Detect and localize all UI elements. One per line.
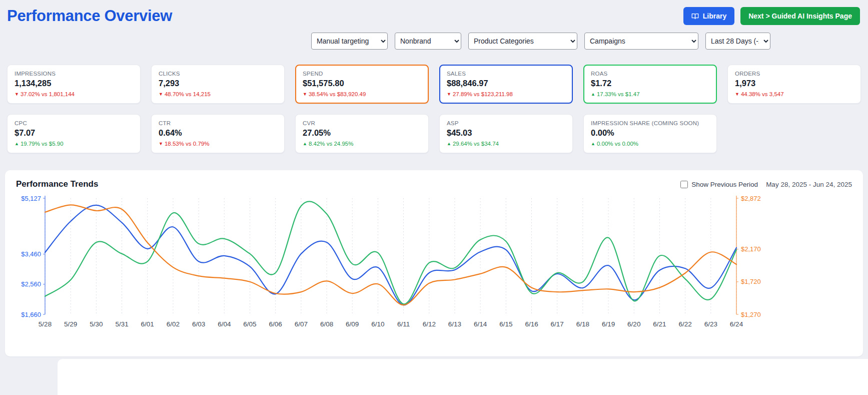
kpi-card-impressions[interactable]: IMPRESSIONS1,134,285▼37.02% vs 1,801,144	[7, 65, 141, 104]
x-axis-label: 6/17	[551, 320, 564, 328]
show-previous-period-checkbox[interactable]	[680, 181, 688, 188]
page-title: Performance Overview	[7, 7, 172, 25]
kpi-value: $1.72	[591, 79, 709, 88]
x-axis-label: 5/31	[115, 320, 128, 328]
down-arrow-icon: ▼	[735, 92, 739, 97]
kpi-card-clicks[interactable]: CLICKS7,293▼48.70% vs 14,215	[151, 65, 285, 104]
kpi-delta: ▲0.00% vs 0.00%	[591, 141, 709, 147]
kpi-delta-text: 19.79% vs $5.90	[21, 141, 64, 147]
up-arrow-icon: ▲	[15, 141, 19, 146]
kpi-delta: ▼27.89% vs $123,211.98	[447, 91, 565, 97]
x-axis-label: 6/13	[448, 320, 461, 328]
kpi-label: CTR	[159, 120, 277, 126]
down-arrow-icon: ▼	[159, 92, 163, 97]
kpi-card-sales[interactable]: SALES$88,846.97▼27.89% vs $123,211.98	[439, 65, 573, 104]
targeting-type-select[interactable]: Manual targeting	[311, 33, 388, 50]
down-arrow-icon: ▼	[303, 92, 307, 97]
trends-line-chart[interactable]: $5,127$3,460$2,560$1,660$2,872$2,170$1,7…	[16, 193, 852, 339]
kpi-delta-text: 8.42% vs 24.95%	[309, 141, 354, 147]
show-previous-period-label: Show Previous Period	[691, 181, 758, 188]
x-axis-label: 6/20	[627, 320, 640, 328]
series-line-sales[interactable]	[45, 205, 736, 305]
x-axis-label: 6/09	[346, 320, 359, 328]
top-buttons: Library Next > Guided AI Insights Page	[683, 7, 860, 25]
kpi-label: ORDERS	[735, 71, 853, 77]
x-axis-label: 6/15	[499, 320, 512, 328]
kpi-label: CLICKS	[159, 71, 277, 77]
x-axis-label: 5/28	[39, 320, 52, 328]
kpi-delta: ▲8.42% vs 24.95%	[303, 141, 421, 147]
kpi-delta-text: 27.89% vs $123,211.98	[453, 91, 513, 97]
x-axis-label: 6/05	[243, 320, 256, 328]
filter-bar: Manual targeting Nonbrand Product Catego…	[0, 33, 770, 50]
x-axis-label: 6/18	[576, 320, 589, 328]
kpi-delta-text: 37.02% vs 1,801,144	[21, 91, 75, 97]
x-axis-label: 6/24	[730, 320, 743, 328]
down-arrow-icon: ▼	[15, 92, 19, 97]
kpi-row-1: IMPRESSIONS1,134,285▼37.02% vs 1,801,144…	[7, 65, 861, 104]
left-axis-tick-label: $5,127	[21, 195, 41, 202]
kpi-delta-text: 17.33% vs $1.47	[597, 91, 640, 97]
up-arrow-icon: ▲	[591, 92, 595, 97]
next-guided-ai-insights-button[interactable]: Next > Guided AI Insights Page	[740, 7, 860, 25]
x-axis-label: 6/14	[474, 320, 487, 328]
kpi-value: 27.05%	[303, 128, 421, 138]
x-axis-label: 5/29	[64, 320, 77, 328]
kpi-label: ASP	[447, 120, 565, 126]
partial-next-section	[58, 359, 868, 395]
left-axis-tick-label: $1,660	[21, 311, 41, 318]
kpi-value: 1,134,285	[15, 79, 133, 88]
left-axis-tick-label: $2,560	[21, 280, 41, 288]
trend-controls: Show Previous Period May 28, 2025 - Jun …	[680, 181, 852, 188]
trend-header: Performance Trends Show Previous Period …	[16, 179, 852, 189]
x-axis-label: 6/22	[678, 320, 691, 328]
product-categories-select[interactable]: Product Categories	[468, 33, 577, 50]
x-axis-label: 6/07	[295, 320, 308, 328]
kpi-label: IMPRESSIONS	[15, 71, 133, 77]
date-range-text: May 28, 2025 - Jun 24, 2025	[766, 181, 852, 188]
kpi-card-orders[interactable]: ORDERS1,973▼44.38% vs 3,547	[727, 65, 861, 104]
series-line-spend[interactable]	[45, 205, 736, 305]
kpi-delta: ▲17.33% vs $1.47	[591, 91, 709, 97]
kpi-card-roas[interactable]: ROAS$1.72▲17.33% vs $1.47	[583, 65, 717, 104]
library-button-label: Library	[703, 12, 726, 20]
kpi-card-cpc[interactable]: CPC$7.07▲19.79% vs $5.90	[7, 114, 141, 153]
brand-type-select[interactable]: Nonbrand	[395, 33, 461, 50]
right-axis-tick-label: $2,170	[741, 245, 761, 253]
kpi-label: IMPRESSION SHARE (COMING SOON)	[591, 120, 709, 126]
kpi-label: SALES	[447, 71, 565, 77]
kpi-delta: ▲19.79% vs $5.90	[15, 141, 133, 147]
library-button[interactable]: Library	[683, 7, 734, 25]
x-axis-label: 6/16	[525, 320, 538, 328]
campaigns-select[interactable]: Campaigns	[584, 33, 698, 50]
kpi-card-ctr[interactable]: CTR0.64%▼18.53% vs 0.79%	[151, 114, 285, 153]
kpi-card-asp[interactable]: ASP$45.03▲29.64% vs $34.74	[439, 114, 573, 153]
kpi-card-impression-share-coming-soon[interactable]: IMPRESSION SHARE (COMING SOON)0.00%▲0.00…	[583, 114, 717, 153]
kpi-value: $7.07	[15, 128, 133, 138]
kpi-delta: ▼37.02% vs 1,801,144	[15, 91, 133, 97]
kpi-value: 0.64%	[159, 128, 277, 138]
date-range-select[interactable]: Last 28 Days (-2)	[705, 33, 770, 50]
kpi-label: SPEND	[303, 71, 421, 77]
kpi-delta: ▼18.53% vs 0.79%	[159, 141, 277, 147]
kpi-value: 0.00%	[591, 128, 709, 138]
kpi-card-cvr[interactable]: CVR27.05%▲8.42% vs 24.95%	[295, 114, 429, 153]
x-axis-label: 5/30	[90, 320, 103, 328]
up-arrow-icon: ▲	[447, 141, 451, 146]
kpi-delta-text: 18.53% vs 0.79%	[165, 141, 210, 147]
x-axis-label: 6/06	[269, 320, 282, 328]
kpi-value: $51,575.80	[303, 79, 421, 88]
up-arrow-icon: ▲	[303, 141, 307, 146]
x-axis-label: 6/21	[653, 320, 666, 328]
performance-trends-card: Performance Trends Show Previous Period …	[5, 170, 863, 356]
kpi-value: 1,973	[735, 79, 853, 88]
performance-overview-page: Performance Overview Library Next > Guid…	[0, 0, 868, 395]
kpi-delta: ▼48.70% vs 14,215	[159, 91, 277, 97]
kpi-delta-text: 0.00% vs 0.00%	[597, 141, 638, 147]
kpi-value: $45.03	[447, 128, 565, 138]
kpi-card-spend[interactable]: SPEND$51,575.80▼38.54% vs $83,920.49	[295, 65, 429, 104]
x-axis-label: 6/08	[320, 320, 333, 328]
kpi-value: $88,846.97	[447, 79, 565, 88]
x-axis-label: 6/19	[602, 320, 615, 328]
top-bar: Performance Overview Library Next > Guid…	[0, 0, 868, 25]
